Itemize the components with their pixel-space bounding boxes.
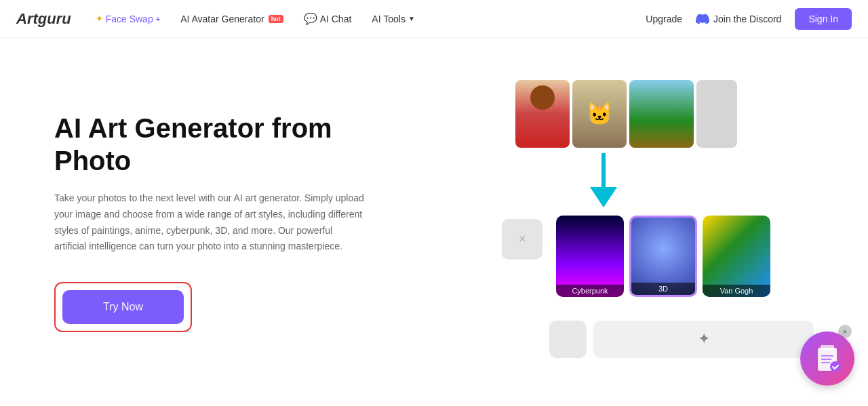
nav-item-ai-tools[interactable]: AI Tools ▼ [363, 9, 422, 28]
nav-links: ✦ Face Swap + AI Avatar Generator hot 💬 … [87, 8, 646, 29]
svg-point-5 [830, 361, 841, 372]
source-image-placeholder [696, 80, 737, 148]
result-3d[interactable]: 3D [629, 216, 697, 297]
nav-right: Upgrade Join the Discord Sign In [646, 8, 852, 30]
nav-ai-chat-label: AI Chat [320, 14, 352, 24]
magic-bar: ✦ [549, 321, 814, 358]
hero-description: Take your photos to the next level with … [54, 190, 366, 255]
left-section: AI Art Generator from Photo Take your ph… [0, 38, 434, 406]
chat-widget[interactable] [800, 331, 854, 386]
magic-wand-icon: ✦ [698, 330, 710, 348]
chat-widget-icon [812, 344, 842, 373]
magic-input[interactable]: ✦ [593, 321, 814, 358]
result-vangogh[interactable]: Van Gogh [703, 216, 770, 297]
discord-icon [696, 12, 709, 26]
plus-icon: + [156, 15, 160, 23]
3d-label: 3D [631, 283, 695, 295]
cyberpunk-label: Cyberpunk [556, 285, 624, 297]
navbar: Artguru ✦ Face Swap + AI Avatar Generato… [0, 0, 868, 38]
arrow-head [590, 187, 617, 207]
hot-badge: hot [269, 15, 283, 23]
nav-item-ai-chat[interactable]: 💬 AI Chat [296, 8, 360, 29]
person-preview [515, 80, 570, 148]
signin-button[interactable]: Sign In [795, 8, 852, 30]
logo[interactable]: Artguru [16, 10, 71, 28]
svg-rect-1 [821, 345, 834, 350]
cat-icon: 🐱 [586, 101, 613, 127]
person-head [530, 85, 555, 110]
result-images: Cyberpunk 3D Van Gogh [502, 216, 770, 297]
discord-link[interactable]: Join the Discord [696, 12, 781, 26]
upgrade-link[interactable]: Upgrade [646, 14, 682, 24]
town-preview [629, 80, 694, 148]
source-image-person[interactable] [515, 80, 570, 148]
source-image-cat[interactable]: 🐱 [572, 80, 627, 148]
source-image-town[interactable] [629, 80, 694, 148]
nav-item-face-swap[interactable]: ✦ Face Swap + [87, 9, 168, 28]
star-icon: ✦ [96, 14, 103, 24]
source-images: 🐱 [515, 80, 737, 148]
nav-face-swap-label: Face Swap [106, 14, 153, 24]
vangogh-label: Van Gogh [703, 285, 770, 297]
result-cyberpunk[interactable]: Cyberpunk [556, 216, 624, 297]
try-now-button[interactable]: Try Now [62, 290, 184, 324]
chevron-down-icon: ▼ [408, 15, 415, 22]
nav-ai-avatar-label: AI Avatar Generator [180, 14, 264, 24]
nav-item-ai-avatar[interactable]: AI Avatar Generator hot [172, 9, 291, 28]
try-now-wrapper: Try Now [54, 282, 192, 332]
arrow-down [590, 153, 617, 207]
close-icon: × [843, 327, 847, 336]
hero-title: AI Art Generator from Photo [54, 112, 393, 177]
main-content: AI Art Generator from Photo Take your ph… [0, 38, 868, 406]
discord-label: Join the Discord [713, 14, 781, 24]
magic-box-placeholder [549, 321, 587, 358]
nav-ai-tools-label: AI Tools [372, 14, 406, 24]
chat-bubble-icon: 💬 [304, 12, 317, 25]
gallery-container: 🐱 ✕ [481, 80, 821, 371]
arrow-shaft [601, 153, 606, 187]
